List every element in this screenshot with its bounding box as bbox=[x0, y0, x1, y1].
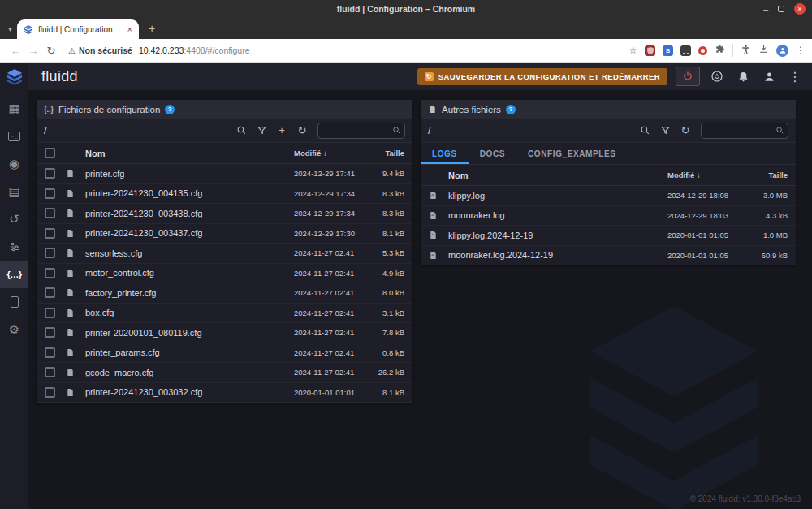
profile-avatar[interactable] bbox=[776, 45, 788, 57]
sidebar-item-tune[interactable] bbox=[0, 233, 28, 261]
config-file-row[interactable]: printer-20241230_003032.cfg 2020-01-01 0… bbox=[37, 383, 412, 403]
file-modified: 2024-11-27 02:41 bbox=[294, 328, 365, 337]
host-power-button[interactable] bbox=[708, 67, 726, 85]
row-checkbox[interactable] bbox=[45, 188, 55, 199]
row-checkbox[interactable] bbox=[45, 208, 55, 218]
config-file-row[interactable]: printer-20200101_080119.cfg 2024-11-27 0… bbox=[37, 323, 412, 343]
config-file-row[interactable]: printer.cfg 2024-12-29 17:41 9.4 kB bbox=[37, 164, 412, 184]
extension-s-icon[interactable]: S bbox=[663, 45, 673, 56]
refresh-icon[interactable]: ↻ bbox=[676, 122, 694, 140]
fluidd-logo[interactable] bbox=[6, 69, 24, 88]
window-title: fluidd | Configuration – Chromium bbox=[337, 4, 475, 14]
close-button[interactable]: × bbox=[794, 3, 806, 15]
config-file-row[interactable]: motor_control.cfg 2024-11-27 02:41 4.9 k… bbox=[37, 264, 412, 284]
config-file-row[interactable]: printer-20241230_003438.cfg 2024-12-29 1… bbox=[37, 204, 412, 224]
log-file-row[interactable]: moonraker.log.2024-12-19 2020-01-01 01:0… bbox=[421, 246, 796, 266]
row-checkbox[interactable] bbox=[45, 248, 55, 258]
new-tab-button[interactable]: + bbox=[149, 22, 155, 35]
log-file-row[interactable]: moonraker.log 2024-12-29 18:03 4.3 kB bbox=[421, 206, 796, 226]
bookmark-star-icon[interactable]: ☆ bbox=[628, 45, 637, 56]
sidebar-item-camera[interactable]: ◉ bbox=[0, 150, 28, 178]
toolbar-right: ☆ S ⋮ bbox=[628, 43, 806, 58]
column-modified[interactable]: Modifié ↓ bbox=[294, 149, 365, 157]
config-file-row[interactable]: sensorless.cfg 2024-11-27 02:41 5.3 kB bbox=[37, 244, 412, 264]
file-name: printer.cfg bbox=[85, 169, 294, 179]
search-icon[interactable] bbox=[636, 122, 654, 140]
help-icon[interactable]: ? bbox=[506, 105, 516, 114]
config-file-row[interactable]: gcode_macro.cfg 2024-11-27 02:41 26.2 kB bbox=[37, 363, 412, 383]
user-button[interactable] bbox=[760, 67, 778, 85]
sidebar-item-settings[interactable]: ⚙ bbox=[0, 316, 28, 343]
tab-close-icon[interactable]: × bbox=[127, 24, 132, 34]
add-file-icon[interactable]: + bbox=[273, 122, 291, 140]
column-name[interactable]: Nom bbox=[85, 149, 294, 158]
filter-icon[interactable] bbox=[656, 122, 674, 140]
row-checkbox[interactable] bbox=[45, 387, 55, 398]
sidebar-item-dashboard[interactable]: ▦ bbox=[0, 95, 28, 123]
row-checkbox[interactable] bbox=[45, 327, 55, 338]
config-file-row[interactable]: printer-20241230_004135.cfg 2024-12-29 1… bbox=[37, 184, 412, 205]
row-checkbox[interactable] bbox=[45, 367, 55, 377]
tab-config-examples[interactable]: CONFIG_EXAMPLES bbox=[516, 143, 627, 164]
config-path[interactable]: / bbox=[44, 124, 230, 136]
notifications-button[interactable] bbox=[734, 67, 752, 85]
select-all-checkbox[interactable] bbox=[45, 148, 55, 158]
filter-icon[interactable] bbox=[253, 122, 270, 140]
file-size: 8.1 kB bbox=[365, 229, 404, 238]
other-search-input[interactable] bbox=[706, 126, 775, 135]
save-button-label: SAUVEGARDER LA CONFIGURATION ET REDÉMARR… bbox=[438, 72, 660, 81]
column-size[interactable]: Taille bbox=[749, 170, 788, 179]
sidebar-item-console[interactable]: >_ bbox=[0, 123, 28, 150]
browser-tab[interactable]: fluidd | Configuration × bbox=[17, 19, 139, 39]
help-icon[interactable]: ? bbox=[165, 105, 175, 114]
row-checkbox[interactable] bbox=[45, 268, 55, 278]
config-file-row[interactable]: printer-20241230_003437.cfg 2024-12-29 1… bbox=[37, 224, 412, 244]
tab-logs[interactable]: LOGS bbox=[421, 143, 469, 164]
row-checkbox[interactable] bbox=[45, 168, 55, 179]
maximize-button[interactable] bbox=[778, 6, 784, 12]
extension-record-icon[interactable] bbox=[698, 46, 707, 55]
accessibility-icon[interactable] bbox=[741, 43, 751, 58]
security-chip[interactable]: ⚠ Non sécurisé bbox=[68, 45, 132, 55]
log-file-row[interactable]: klippy.log.2024-12-19 2020-01-01 01:05 1… bbox=[421, 226, 796, 246]
config-file-row[interactable]: printer_params.cfg 2024-11-27 02:41 0.8 … bbox=[37, 343, 412, 364]
other-path[interactable]: / bbox=[428, 124, 633, 136]
minimize-button[interactable]: – bbox=[763, 5, 768, 13]
column-size[interactable]: Taille bbox=[365, 149, 404, 157]
forward-icon[interactable]: → bbox=[24, 45, 42, 57]
appbar: fluidd ↻ SAUVEGARDER LA CONFIGURATION ET… bbox=[28, 63, 812, 90]
app-menu-kebab-icon[interactable]: ⋮ bbox=[786, 67, 804, 85]
save-config-restart-button[interactable]: ↻ SAUVEGARDER LA CONFIGURATION ET REDÉMA… bbox=[417, 68, 667, 85]
sidebar-item-system[interactable] bbox=[0, 288, 28, 316]
search-icon[interactable] bbox=[232, 122, 250, 140]
sidebar-item-configure[interactable]: {…} bbox=[0, 261, 28, 288]
column-name[interactable]: Nom bbox=[448, 170, 667, 180]
log-file-list: klippy.log 2024-12-29 18:08 3.0 MB moonr… bbox=[421, 186, 796, 265]
column-modified[interactable]: Modifié ↓ bbox=[667, 170, 749, 179]
extension-shield-icon[interactable] bbox=[645, 45, 655, 56]
config-search-input[interactable] bbox=[323, 126, 392, 135]
file-name: gcode_macro.cfg bbox=[85, 368, 294, 377]
log-file-row[interactable]: klippy.log 2024-12-29 18:08 3.0 MB bbox=[421, 186, 796, 206]
row-checkbox[interactable] bbox=[45, 347, 55, 358]
downloads-icon[interactable] bbox=[758, 43, 769, 58]
extensions-puzzle-icon[interactable] bbox=[715, 43, 725, 58]
sidebar-item-jobs[interactable]: ▤ bbox=[0, 178, 28, 205]
sidebar-item-history[interactable]: ↺ bbox=[0, 205, 28, 233]
reload-icon[interactable]: ↻ bbox=[42, 45, 60, 57]
row-checkbox[interactable] bbox=[45, 228, 55, 239]
emergency-stop-button[interactable] bbox=[676, 67, 700, 86]
file-icon bbox=[66, 168, 75, 179]
extension-monkey-icon[interactable] bbox=[680, 45, 691, 56]
browser-menu-kebab-icon[interactable]: ⋮ bbox=[796, 45, 806, 56]
row-checkbox[interactable] bbox=[45, 308, 55, 318]
tab-docs[interactable]: DOCS bbox=[469, 143, 516, 164]
tab-search-icon[interactable]: ▾ bbox=[8, 24, 12, 33]
refresh-icon[interactable]: ↻ bbox=[293, 122, 311, 140]
config-file-row[interactable]: box.cfg 2024-11-27 02:41 3.1 kB bbox=[37, 304, 412, 324]
file-name: klippy.log.2024-12-19 bbox=[448, 231, 667, 240]
config-file-row[interactable]: factory_printer.cfg 2024-11-27 02:41 8.0… bbox=[37, 283, 412, 304]
address-bar[interactable]: 10.42.0.233:4408/#/configure bbox=[139, 45, 250, 55]
back-icon[interactable]: ← bbox=[6, 45, 24, 57]
row-checkbox[interactable] bbox=[45, 287, 55, 298]
